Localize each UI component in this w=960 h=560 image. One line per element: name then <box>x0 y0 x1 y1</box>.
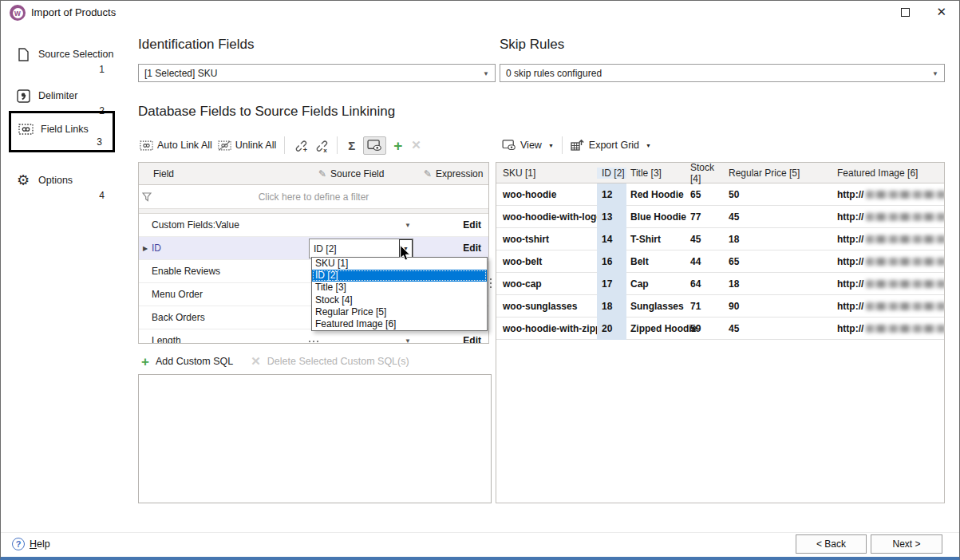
sidebar-item-label: Field Links <box>41 124 89 135</box>
source-field-dropdown-list: SKU [1] ID [2] Title [3] Stock [4] Regul… <box>311 257 488 331</box>
unlink-icon <box>218 140 231 151</box>
dropdown-option[interactable]: Stock [4] <box>312 294 487 306</box>
blurred-url <box>866 280 945 288</box>
dropdown-option-selected[interactable]: ID [2] <box>312 270 487 282</box>
preview-toolbar: View ▼ Export Grid ▼ <box>502 133 651 157</box>
column-header-featured-image[interactable]: Featured Image [6] <box>833 168 944 179</box>
dropdown-option[interactable]: Regular Price [5] <box>312 306 487 318</box>
edit-button[interactable]: Edit <box>463 335 481 344</box>
help-label: Help <box>30 538 50 550</box>
vertical-splitter-handle[interactable] <box>490 278 492 288</box>
preview-row[interactable]: woo-tshirt 14 T-Shirt 45 18 http:// <box>496 228 944 250</box>
column-header-id[interactable]: ID [2] <box>597 168 626 179</box>
preview-toggle-icon[interactable] <box>363 136 386 155</box>
add-link-icon[interactable]: + <box>293 138 308 152</box>
edit-button[interactable]: Edit <box>463 243 481 254</box>
sidebar-item-source-selection[interactable]: Source Selection 1 <box>9 41 115 77</box>
column-header-source-field[interactable]: ✎ Source Field <box>309 168 421 179</box>
step-number: 1 <box>99 64 105 75</box>
toolbar-separator <box>337 136 338 154</box>
window-title: Import of Products <box>31 6 116 18</box>
remove-link-icon[interactable]: x <box>314 138 329 152</box>
column-header-field[interactable]: Field <box>139 168 309 179</box>
sidebar-item-label: Options <box>38 175 73 186</box>
source-field-combo[interactable]: ID [2] ▼ <box>309 239 413 258</box>
add-field-icon[interactable]: + <box>392 138 404 153</box>
blurred-url <box>866 302 945 310</box>
mouse-cursor <box>399 245 411 262</box>
cross-icon: ✕ <box>249 354 263 369</box>
filter-funnel-icon <box>142 192 152 202</box>
dropdown-option[interactable]: Title [3] <box>312 282 487 294</box>
document-icon <box>15 47 31 61</box>
preview-grid-header: SKU [1] ID [2] Title [3] Stock [4] Regul… <box>496 163 944 183</box>
preview-row[interactable]: woo-hoodie-with-logo 13 Blue Hoodie 77 4… <box>496 206 944 228</box>
chevron-down-icon: ▼ <box>405 222 411 229</box>
column-header-sku[interactable]: SKU [1] <box>496 168 597 179</box>
identification-fields-value: [1 Selected] SKU <box>144 68 217 79</box>
chevron-down-icon: ▼ <box>932 70 938 77</box>
custom-sql-toolbar: + Add Custom SQL ✕ Delete Selected Custo… <box>140 352 409 371</box>
identification-fields-select[interactable]: [1 Selected] SKU ▼ <box>138 64 496 82</box>
sidebar-item-label: Delimiter <box>38 90 77 101</box>
source-preview-grid: SKU [1] ID [2] Title [3] Stock [4] Regul… <box>496 162 945 503</box>
auto-link-all-button[interactable]: Auto Link All <box>140 140 212 151</box>
edit-button[interactable]: Edit <box>463 219 481 231</box>
horizontal-splitter-handle[interactable] <box>309 341 318 342</box>
identification-fields-heading: Identification Fields <box>138 37 255 53</box>
filter-row[interactable]: Click here to define a filter <box>139 185 488 209</box>
toolbar-separator <box>284 136 285 154</box>
title-bar: w Import of Products ✕ <box>1 1 959 25</box>
plus-icon: + <box>140 354 151 369</box>
sidebar-item-field-links[interactable]: Field Links 3 <box>9 111 115 152</box>
import-wizard-window: w Import of Products ✕ Source Selection … <box>0 0 960 560</box>
column-header-regular-price[interactable]: Regular Price [5] <box>725 168 833 179</box>
preview-row[interactable]: woo-cap 17 Cap 64 18 http:// <box>496 273 944 295</box>
delete-custom-sql-button: ✕ Delete Selected Custom SQL(s) <box>249 354 409 369</box>
row-expand-icon[interactable]: ▶ <box>143 245 148 252</box>
maximize-button[interactable] <box>901 8 910 17</box>
preview-row[interactable]: woo-hoodie-with-zipper 20 Zipped Hoodie … <box>496 317 944 340</box>
custom-sql-list[interactable] <box>138 374 492 503</box>
unlink-all-button[interactable]: Unlink All <box>218 140 276 151</box>
back-button[interactable]: < Back <box>796 534 867 554</box>
footer-divider <box>1 532 959 533</box>
blurred-url <box>866 258 945 266</box>
view-dropdown-button[interactable]: View ▼ <box>502 140 554 151</box>
sidebar-item-label: Source Selection <box>38 49 114 60</box>
pencil-icon: ✎ <box>318 168 326 179</box>
blurred-url <box>866 191 945 199</box>
column-header-stock[interactable]: Stock [4] <box>687 162 725 184</box>
chevron-down-icon: ▼ <box>405 337 411 344</box>
dropdown-option[interactable]: Featured Image [6] <box>312 318 487 330</box>
blurred-url <box>866 325 945 333</box>
wizard-sidebar: Source Selection 1 Delimiter 2 Field Lin… <box>1 25 136 525</box>
help-icon: ? <box>12 538 25 550</box>
help-link[interactable]: ? Help <box>12 538 50 550</box>
field-row-custom-fields-value[interactable]: Custom Fields:Value ▼ Edit <box>139 214 488 237</box>
preview-row[interactable]: woo-hoodie 12 Red Hoodie 65 50 http:// <box>496 183 944 206</box>
skip-rules-select[interactable]: 0 skip rules configured ▼ <box>500 64 945 82</box>
gear-icon: ⚙ <box>15 173 31 187</box>
preview-row[interactable]: woo-sunglasses 18 Sunglasses 71 90 http:… <box>496 295 944 317</box>
column-header-title[interactable]: Title [3] <box>626 168 687 179</box>
preview-row[interactable]: woo-belt 16 Belt 44 65 http:// <box>496 250 944 273</box>
export-grid-dropdown-button[interactable]: Export Grid ▼ <box>571 139 651 152</box>
delete-field-icon: ✕ <box>409 138 423 152</box>
sum-expression-icon[interactable]: Σ <box>346 139 358 152</box>
chevron-down-icon: ▼ <box>548 143 554 148</box>
next-button[interactable]: Next > <box>871 534 942 554</box>
toolbar-separator <box>562 136 563 154</box>
svg-text:x: x <box>323 147 327 152</box>
close-button[interactable]: ✕ <box>936 5 946 19</box>
filter-placeholder: Click here to define a filter <box>259 191 369 203</box>
link-toolbar: Auto Link All Unlink All + x Σ + ✕ <box>140 133 423 157</box>
column-header-expression[interactable]: ✎ Expression <box>421 168 488 179</box>
add-custom-sql-button[interactable]: + Add Custom SQL <box>140 354 233 369</box>
blurred-url <box>866 213 945 221</box>
pencil-icon: ✎ <box>424 168 432 179</box>
blurred-url <box>866 235 945 243</box>
sidebar-item-options[interactable]: ⚙ Options 4 <box>9 167 115 203</box>
linking-heading: Database Fields to Source Fields Linkini… <box>138 104 395 120</box>
skip-rules-value: 0 skip rules configured <box>506 68 602 79</box>
